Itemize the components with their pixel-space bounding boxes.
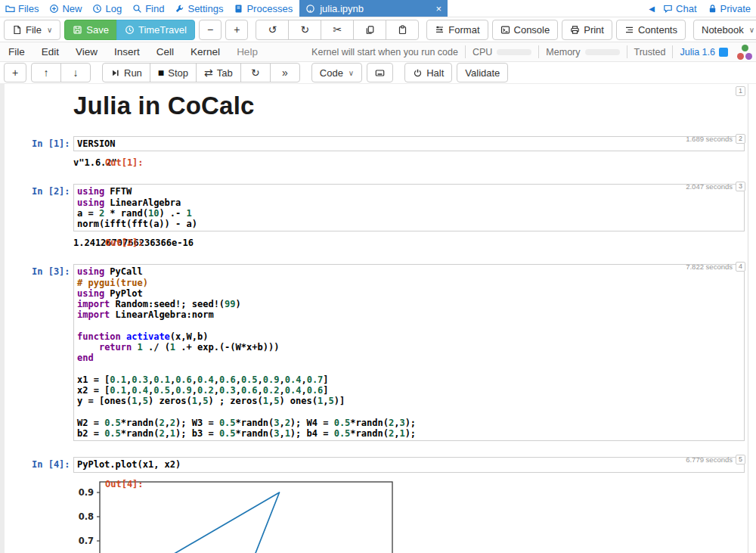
stop-button[interactable]: ■ Stop xyxy=(150,63,197,82)
fast-forward-icon: » xyxy=(282,67,288,78)
output-prompt: Out[4]: xyxy=(105,479,144,489)
y-tick-label: 0.7 xyxy=(79,536,94,546)
tab-julia-ipynb[interactable]: julia.ipynb × xyxy=(299,0,448,17)
code-input[interactable]: PyPlot.plot(x1, x2) xyxy=(73,457,745,472)
timetravel-button[interactable]: TimeTravel xyxy=(116,20,195,40)
menu-cell[interactable]: Cell xyxy=(148,46,182,57)
top-tab-bar: FilesNewLogFindSettingsProcesses julia.i… xyxy=(0,0,756,17)
move-cell-up-button[interactable]: ↑ xyxy=(31,63,61,82)
console-icon xyxy=(500,25,510,35)
print-button[interactable]: Print xyxy=(562,20,612,40)
code-cell: 7.822 seconds4In [3]:using PyCall# pygui… xyxy=(0,264,756,441)
menu-edit[interactable]: Edit xyxy=(33,46,67,57)
cut-button[interactable]: ✂ xyxy=(321,20,354,40)
pyplot-figure: 0.90.80.70.6 xyxy=(0,479,423,553)
nav-log[interactable]: Log xyxy=(87,0,127,17)
code-input[interactable]: using FFTWusing LinearAlgebraa = 2 * ran… xyxy=(73,184,745,231)
zoom-out-button[interactable]: − xyxy=(199,20,222,40)
cell-run-time: 2.047 seconds xyxy=(686,182,733,191)
server-icon xyxy=(234,4,243,14)
arrow-down-icon: ↓ xyxy=(73,67,79,78)
cell-run-time: 1.689 seconds xyxy=(686,135,733,143)
keyboard-shortcuts-button[interactable] xyxy=(367,63,393,82)
cell-index-badge: 1 xyxy=(736,86,745,96)
menu-view[interactable]: View xyxy=(67,46,106,57)
input-prompt: In [1]: xyxy=(32,138,70,149)
tab-complete-button[interactable]: ⇄ Tab xyxy=(196,63,241,82)
folder-icon xyxy=(5,4,15,14)
tab-label: julia.ipynb xyxy=(320,3,431,14)
plus-icon: + xyxy=(234,24,240,35)
undo-button[interactable]: ↺ xyxy=(256,20,289,40)
code-cell: 1.689 seconds2In [1]:VERSIONOut[1]:v"1.6… xyxy=(0,136,756,168)
y-tick-label: 0.9 xyxy=(79,487,94,498)
scissors-icon: ✂ xyxy=(333,24,342,35)
private-button[interactable]: Private xyxy=(702,3,756,14)
format-icon xyxy=(435,25,445,35)
arrow-up-icon: ↑ xyxy=(44,67,49,78)
nav-processes[interactable]: Processes xyxy=(228,0,298,17)
code-input[interactable]: using PyCall# pygui(true)using PyPlotimp… xyxy=(73,264,745,441)
menu-file[interactable]: File xyxy=(0,46,33,57)
y-tick-label: 0.8 xyxy=(79,511,94,522)
format-button[interactable]: Format xyxy=(426,20,488,40)
lock-icon xyxy=(708,4,717,14)
copy-button[interactable] xyxy=(353,20,386,40)
kernel-status: Kernel will start when you run code xyxy=(305,45,465,58)
nav-find[interactable]: Find xyxy=(127,0,169,17)
halt-button[interactable]: Halt xyxy=(404,63,452,82)
notebook-menu-button[interactable]: Notebook ∨ xyxy=(693,20,756,40)
kernel-selector[interactable]: Julia 1.6 xyxy=(672,45,735,58)
julia-logo-icon xyxy=(736,45,753,60)
chevron-down-icon: ∨ xyxy=(47,26,52,34)
cell-run-time: 7.822 seconds xyxy=(686,263,733,271)
cell-meta: 1.689 seconds2 xyxy=(686,134,745,144)
run-icon xyxy=(110,68,120,78)
nav-new[interactable]: New xyxy=(44,0,87,17)
restart-kernel-button[interactable]: ↻ xyxy=(240,63,271,82)
paste-button[interactable] xyxy=(386,20,419,40)
file-menu-button[interactable]: File ∨ xyxy=(4,20,60,40)
plus-icon: + xyxy=(12,67,18,78)
chat-button[interactable]: Chat xyxy=(658,3,702,14)
chat-icon xyxy=(663,4,673,14)
contents-button[interactable]: Contents xyxy=(616,20,686,40)
collapse-chat-icon[interactable]: ◀ xyxy=(646,5,658,13)
print-icon xyxy=(570,25,580,35)
wrench-icon xyxy=(175,4,184,14)
save-icon xyxy=(73,25,82,35)
output-prompt: Out[1]: xyxy=(105,157,144,168)
save-button[interactable]: Save xyxy=(64,20,117,40)
notebook-content[interactable]: 1 Julia in CoCalc 1.689 seconds2In [1]:V… xyxy=(0,84,756,553)
redo-button[interactable]: ↻ xyxy=(288,20,321,40)
trusted-badge: Trusted xyxy=(627,45,673,58)
output-prompt: Out[2]: xyxy=(105,238,144,248)
code-input[interactable]: VERSION xyxy=(73,136,745,151)
cell-meta: 6.779 seconds5 xyxy=(686,455,745,464)
plus-circle-icon xyxy=(49,4,59,14)
clock-icon xyxy=(92,4,102,14)
nav-files[interactable]: Files xyxy=(0,0,44,17)
cell-index-badge: 4 xyxy=(736,262,745,272)
console-button[interactable]: Console xyxy=(492,20,559,40)
kernel-square-icon xyxy=(719,48,728,57)
zoom-in-button[interactable]: + xyxy=(225,20,248,40)
menu-insert[interactable]: Insert xyxy=(106,46,148,57)
paste-icon xyxy=(398,25,407,35)
tab-close-icon[interactable]: × xyxy=(436,3,442,14)
input-prompt: In [4]: xyxy=(32,459,70,470)
chevron-down-icon: ∨ xyxy=(749,26,754,34)
cell-index-badge: 2 xyxy=(736,134,745,144)
keyboard-icon xyxy=(375,68,385,78)
nav-settings[interactable]: Settings xyxy=(169,0,228,17)
move-cell-down-button[interactable]: ↓ xyxy=(60,63,91,82)
run-all-button[interactable]: » xyxy=(270,63,300,82)
notebook-title: Julia in CoCalc xyxy=(73,92,756,120)
run-cell-button[interactable]: Run xyxy=(102,63,150,82)
menu-kernel[interactable]: Kernel xyxy=(182,46,228,57)
file-icon xyxy=(12,25,22,35)
cell-type-dropdown[interactable]: Code ∨ xyxy=(311,63,362,82)
insert-cell-button[interactable]: + xyxy=(4,63,26,82)
menu-help[interactable]: Help xyxy=(228,46,266,57)
validate-button[interactable]: Validate xyxy=(457,63,508,82)
